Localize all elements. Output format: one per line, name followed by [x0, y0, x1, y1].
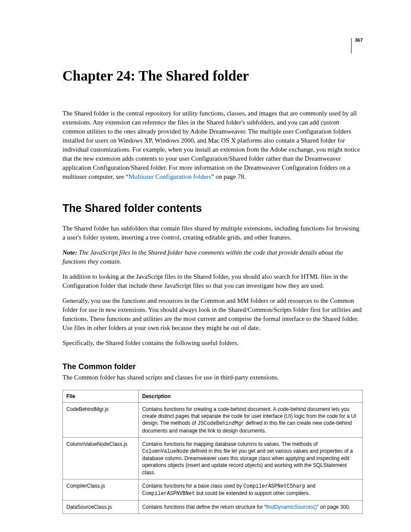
- cell-desc: Contains functions for creating a code-b…: [139, 403, 363, 438]
- th-file: File: [63, 390, 139, 403]
- code-text: CompilerASPNVBNet: [142, 491, 195, 497]
- section-title: The Shared folder contents: [62, 202, 363, 215]
- table-row: ColumnValueNodeClass.js Contains functio…: [63, 437, 363, 479]
- code-text: CompilerASPNetCSharp: [243, 483, 305, 489]
- cell-file: CodeBehindMgr.js: [63, 403, 139, 438]
- code-text: JSCodeBehindMgr: [198, 420, 244, 426]
- chapter-title: Chapter 24: The Shared folder: [62, 68, 363, 84]
- link-finddynamicsources[interactable]: findDynamicSources(): [266, 504, 317, 510]
- document-page: 367 Chapter 24: The Shared folder The Sh…: [0, 0, 411, 532]
- th-description: Description: [139, 390, 363, 403]
- section-p2: In addition to looking at the JavaScript…: [62, 272, 363, 290]
- common-folder-table: File Description CodeBehindMgr.js Contai…: [62, 390, 363, 514]
- page-number-block: 367: [351, 38, 363, 53]
- cell-desc: Contains functions for a base class used…: [139, 479, 363, 500]
- cell-file: CompilerClass.js: [63, 479, 139, 500]
- table-row: CodeBehindMgr.js Contains functions for …: [63, 403, 363, 438]
- cell-file: ColumnValueNodeClass.js: [63, 437, 139, 479]
- subsection-title: The Common folder: [62, 362, 363, 371]
- note-label: Note:: [62, 249, 77, 256]
- section-p3: Generally, you use the functions and res…: [62, 296, 363, 333]
- cell-desc: Contains functions that define the retur…: [139, 501, 363, 514]
- page-number: 367: [355, 38, 363, 43]
- table-row: CompilerClass.js Contains functions for …: [63, 479, 363, 500]
- section-p4: Specifically, the Shared folder contains…: [62, 339, 363, 348]
- link-multiuser-config[interactable]: Multiuser Configuration folders: [129, 173, 212, 180]
- intro-text-post: ” on page 78.: [211, 173, 246, 180]
- section-p1: The Shared folder has subfolders that co…: [62, 224, 363, 242]
- cell-desc: Contains functions for mapping database …: [139, 437, 363, 479]
- note-body: The JavaScript files in the Shared folde…: [62, 249, 343, 265]
- table-header-row: File Description: [63, 390, 363, 403]
- subsection-intro: The Common folder has shared scripts and…: [62, 373, 363, 382]
- cell-file: DataSourceClass.js: [63, 501, 139, 514]
- code-text: ColumnValueNode: [142, 448, 189, 454]
- table-row: DataSourceClass.js Contains functions th…: [63, 501, 363, 514]
- section-note: Note: The JavaScript files in the Shared…: [62, 248, 363, 266]
- intro-text-pre: The Shared folder is the central reposit…: [62, 110, 360, 180]
- intro-paragraph: The Shared folder is the central reposit…: [62, 109, 363, 181]
